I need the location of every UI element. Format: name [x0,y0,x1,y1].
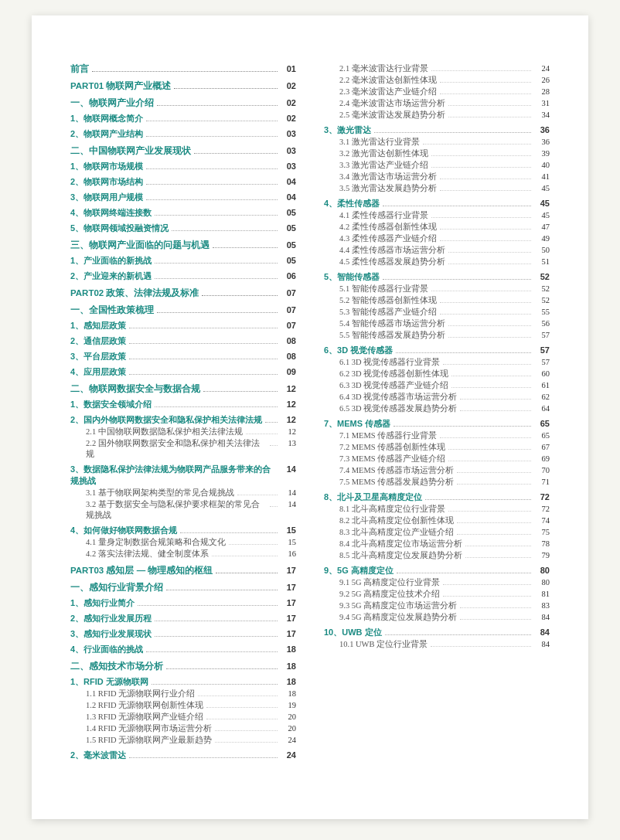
toc-item: 8、北斗及卫星高精度定位72 [324,491,550,503]
subitem-label: 6.2 3D 视觉传感器创新性体现 [339,369,448,379]
item-label: 1、物联网市场规模 [70,161,143,172]
subitem-label: 4.2 柔性传感器创新性体现 [339,222,437,233]
item-label: 3、感知行业发展现状 [70,628,152,640]
subitem-label: 8.4 北斗高精度定位市场运营分析 [339,539,462,549]
dots [166,668,278,669]
dots [180,532,278,533]
item-label: 2、物联网市场结构 [70,176,143,188]
toc-section: 一、感知行业背景介绍17 [70,582,296,593]
subitem-label: 2.2 国外物联网数据安全和隐私保护相关法律法规 [86,438,267,460]
dots [166,590,278,590]
subitem-label: 2.3 毫米波雷达产业链介绍 [339,87,437,97]
toc-subitem: 2.2 国外物联网数据安全和隐私保护相关法律法规13 [70,438,296,460]
item-label: 2、国内外物联网数据安全和隐私保护相关法律法规 [70,414,262,426]
toc-item: 3、数据隐私保护法律法规为物联网产品服务带来的合规挑战14 [70,464,296,487]
dots [440,437,531,438]
subitem-label: 4.2 落实法律法规、健全制度体系 [86,549,209,559]
toc-item: 2、毫米波雷达24 [70,750,296,761]
item-label: 2、感知行业发展历程 [70,613,152,624]
subitem-label: 2.5 毫米波雷达发展趋势分析 [339,110,445,121]
dots [129,757,278,758]
toc-subitem: 6.4 3D 视觉传感器市场运营分析62 [324,392,550,403]
dots [443,584,531,585]
toc-subitem: 8.4 北斗高精度定位市场运营分析78 [324,539,550,549]
dots [155,263,278,264]
section-label: 一、感知行业背景介绍 [70,582,163,593]
dots [155,215,278,216]
toc-section: 二、感知技术市场分析18 [70,661,296,672]
item-label: 2、物联网产业结构 [70,128,143,140]
dots [383,206,531,206]
section-label: 二、感知技术市场分析 [70,661,163,672]
toc-item: 2、通信层政策08 [70,335,296,347]
dots [152,684,278,685]
toc-item: 5、物联网领域投融资情况05 [70,223,296,234]
subitem-label: 7.2 MEMS 传感器创新性体现 [339,442,445,453]
toc-section: 一、物联网产业介绍02 [70,97,296,109]
subitem-label: 3.3 激光雷达产业链介绍 [339,160,428,171]
dots [451,387,531,388]
dots [451,376,531,376]
dots [440,94,531,94]
dots [92,71,278,72]
dots [431,646,531,647]
toc-item: 9、5G 高精度定位80 [324,565,550,576]
subitem-label: 3.4 激光雷达市场运营分析 [339,172,437,182]
item-label: 9、5G 高精度定位 [324,565,393,576]
section-label: 一、全国性政策梳理 [70,304,154,316]
toc-item: 4、柔性传感器45 [324,198,550,209]
toc-subitem: 1.4 RFID 无源物联网市场运营分析20 [70,723,296,734]
subitem-label: 9.2 5G 高精度定位技术介绍 [339,589,440,600]
toc-subitem: 4.2 柔性传感器创新性体现47 [324,222,550,233]
dots [460,607,531,608]
item-label: 8、北斗及卫星高精度定位 [324,491,422,503]
item-label: 5、智能传感器 [324,271,380,283]
toc-subitem: 6.3 3D 视觉传感器产业链介绍61 [324,380,550,391]
toc-item: 4、行业面临的挑战18 [70,644,296,655]
dots [155,406,278,407]
subitem-label: 7.5 MEMS 传感器发展趋势分析 [339,477,454,488]
dots [443,364,531,365]
dots [155,636,278,637]
dots [460,619,531,620]
item-label: 1、产业面临的新挑战 [70,255,152,267]
dots [215,742,278,743]
subitem-label: 3.5 激光雷达发展趋势分析 [339,183,437,194]
item-label: 3、激光雷达 [324,124,371,136]
toc-subitem: 4.4 柔性传感器市场运营分析50 [324,245,550,256]
toc-item: 4、如何做好物联网数据合规15 [70,525,296,536]
subitem-label: 1.5 RFID 无源物联网产业最新趋势 [86,735,212,746]
dots [129,374,278,375]
item-label: 4、行业面临的挑战 [70,644,143,655]
toc-part: PART01 物联网产业概述02 [70,80,296,92]
toc-item: 1、数据安全领域介绍12 [70,399,296,410]
dots [216,573,278,573]
toc-subitem: 10.1 UWB 定位行业背景84 [324,639,550,650]
item-label: 1、数据安全领域介绍 [70,399,152,410]
subitem-label: 7.4 MEMS 传感器市场运营分析 [339,465,454,476]
dots [246,434,278,434]
left-column: 前言01PART01 物联网产业概述02一、物联网产业介绍021、物联网概念简介… [70,63,310,762]
toc-part: PART02 政策、法律法规及标准07 [70,287,296,299]
subitem-label: 1.3 RFID 无源物联网产业链介绍 [86,712,203,723]
toc-item: 3、物联网用户规模04 [70,192,296,203]
toc-subitem: 9.3 5G 高精度定位市场运营分析83 [324,600,550,611]
dots [440,302,531,303]
subitem-label: 5.5 智能传感器发展趋势分析 [339,330,445,341]
toc-subitem: 6.1 3D 视觉传感器行业背景57 [324,357,550,368]
toc-item: 1、感知层政策07 [70,320,296,332]
dots [138,605,278,606]
page: 前言01PART01 物联网产业概述02一、物联网产业介绍021、物联网概念简介… [32,15,588,819]
toc-item: 4、物联网终端连接数05 [70,207,296,219]
dots [440,240,531,241]
toc-item: 6、3D 视觉传感器57 [324,345,550,356]
item-label: 2、通信层政策 [70,335,126,347]
dots [397,573,531,573]
dots [431,217,531,218]
toc-subitem: 3.1 基于物联网架构类型的常见合规挑战14 [70,488,296,498]
item-label: 3、平台层政策 [70,351,126,362]
section-label: 三、物联网产业面临的问题与机遇 [70,240,210,251]
item-label: 6、3D 视觉传感器 [324,345,393,356]
dots [198,695,278,696]
dots [457,534,531,535]
